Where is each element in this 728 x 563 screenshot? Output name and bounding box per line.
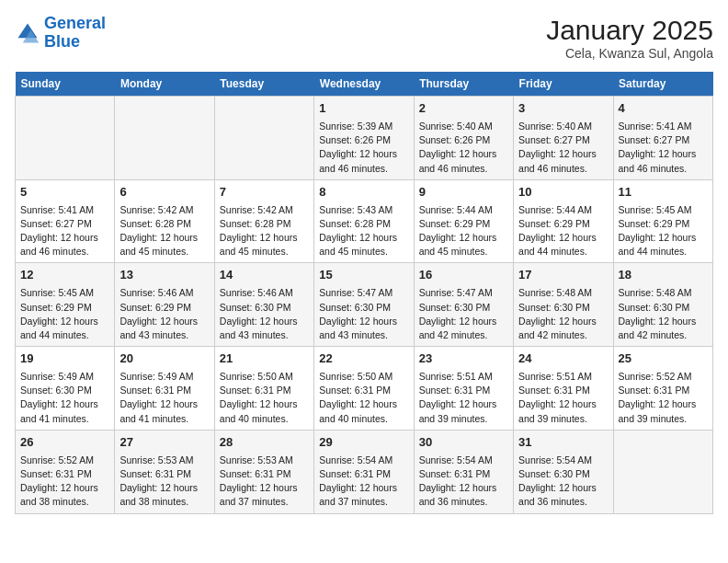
day-info: Sunrise: 5:47 AM Sunset: 6:30 PM Dayligh… bbox=[419, 286, 508, 342]
calendar-cell: 11Sunrise: 5:45 AM Sunset: 6:29 PM Dayli… bbox=[613, 179, 712, 263]
day-info: Sunrise: 5:50 AM Sunset: 6:31 PM Dayligh… bbox=[220, 370, 309, 426]
calendar-cell: 9Sunrise: 5:44 AM Sunset: 6:29 PM Daylig… bbox=[414, 179, 513, 263]
calendar-cell: 15Sunrise: 5:47 AM Sunset: 6:30 PM Dayli… bbox=[314, 263, 414, 347]
day-number: 2 bbox=[419, 100, 508, 118]
calendar-cell: 1Sunrise: 5:39 AM Sunset: 6:26 PM Daylig… bbox=[314, 97, 414, 180]
calendar-cell: 2Sunrise: 5:40 AM Sunset: 6:26 PM Daylig… bbox=[414, 97, 513, 180]
day-info: Sunrise: 5:54 AM Sunset: 6:31 PM Dayligh… bbox=[419, 454, 508, 510]
page-subtitle: Cela, Kwanza Sul, Angola bbox=[546, 46, 713, 61]
calendar-cell: 22Sunrise: 5:50 AM Sunset: 6:31 PM Dayli… bbox=[314, 347, 414, 431]
calendar-cell: 27Sunrise: 5:53 AM Sunset: 6:31 PM Dayli… bbox=[115, 430, 214, 513]
logo-text: General Blue bbox=[44, 15, 106, 52]
day-info: Sunrise: 5:50 AM Sunset: 6:31 PM Dayligh… bbox=[319, 370, 408, 426]
day-info: Sunrise: 5:48 AM Sunset: 6:30 PM Dayligh… bbox=[619, 286, 708, 342]
day-info: Sunrise: 5:47 AM Sunset: 6:30 PM Dayligh… bbox=[319, 286, 408, 342]
day-info: Sunrise: 5:53 AM Sunset: 6:31 PM Dayligh… bbox=[119, 454, 209, 510]
day-info: Sunrise: 5:40 AM Sunset: 6:26 PM Dayligh… bbox=[419, 120, 508, 176]
day-info: Sunrise: 5:40 AM Sunset: 6:27 PM Dayligh… bbox=[518, 120, 608, 176]
page-header: General Blue January 2025 Cela, Kwanza S… bbox=[15, 15, 713, 61]
day-info: Sunrise: 5:45 AM Sunset: 6:29 PM Dayligh… bbox=[20, 286, 109, 342]
day-number: 3 bbox=[518, 100, 608, 118]
day-number: 28 bbox=[220, 434, 309, 452]
day-info: Sunrise: 5:49 AM Sunset: 6:31 PM Dayligh… bbox=[119, 370, 209, 426]
day-info: Sunrise: 5:51 AM Sunset: 6:31 PM Dayligh… bbox=[518, 370, 608, 426]
day-info: Sunrise: 5:46 AM Sunset: 6:30 PM Dayligh… bbox=[220, 286, 309, 342]
day-number: 31 bbox=[518, 434, 608, 452]
calendar-cell: 4Sunrise: 5:41 AM Sunset: 6:27 PM Daylig… bbox=[613, 97, 712, 180]
day-info: Sunrise: 5:39 AM Sunset: 6:26 PM Dayligh… bbox=[319, 120, 408, 176]
logo-icon bbox=[15, 20, 40, 46]
day-header-monday: Monday bbox=[115, 72, 214, 97]
day-info: Sunrise: 5:43 AM Sunset: 6:28 PM Dayligh… bbox=[319, 203, 408, 259]
day-info: Sunrise: 5:49 AM Sunset: 6:30 PM Dayligh… bbox=[20, 370, 109, 426]
day-info: Sunrise: 5:52 AM Sunset: 6:31 PM Dayligh… bbox=[619, 370, 708, 426]
day-number: 19 bbox=[20, 350, 109, 368]
calendar-cell: 8Sunrise: 5:43 AM Sunset: 6:28 PM Daylig… bbox=[314, 179, 414, 263]
day-info: Sunrise: 5:53 AM Sunset: 6:31 PM Dayligh… bbox=[220, 454, 309, 510]
calendar-cell: 6Sunrise: 5:42 AM Sunset: 6:28 PM Daylig… bbox=[115, 179, 214, 263]
calendar-cell bbox=[16, 97, 115, 180]
logo-line1: General bbox=[44, 14, 106, 32]
logo: General Blue bbox=[15, 15, 106, 52]
day-number: 16 bbox=[419, 267, 508, 284]
day-number: 26 bbox=[20, 434, 109, 452]
day-info: Sunrise: 5:54 AM Sunset: 6:30 PM Dayligh… bbox=[518, 454, 608, 510]
day-info: Sunrise: 5:41 AM Sunset: 6:27 PM Dayligh… bbox=[20, 203, 109, 259]
calendar-cell: 17Sunrise: 5:48 AM Sunset: 6:30 PM Dayli… bbox=[514, 263, 613, 347]
day-number: 29 bbox=[319, 434, 408, 452]
calendar-cell: 20Sunrise: 5:49 AM Sunset: 6:31 PM Dayli… bbox=[115, 347, 214, 431]
day-info: Sunrise: 5:42 AM Sunset: 6:28 PM Dayligh… bbox=[220, 203, 309, 259]
day-info: Sunrise: 5:45 AM Sunset: 6:29 PM Dayligh… bbox=[619, 203, 708, 259]
day-number: 6 bbox=[119, 184, 209, 201]
day-number: 20 bbox=[119, 350, 209, 368]
calendar-body: 1Sunrise: 5:39 AM Sunset: 6:26 PM Daylig… bbox=[16, 97, 713, 514]
day-number: 18 bbox=[619, 267, 708, 284]
day-info: Sunrise: 5:41 AM Sunset: 6:27 PM Dayligh… bbox=[619, 120, 708, 176]
calendar-cell: 31Sunrise: 5:54 AM Sunset: 6:30 PM Dayli… bbox=[514, 430, 613, 513]
day-number: 7 bbox=[220, 184, 309, 201]
day-header-tuesday: Tuesday bbox=[214, 72, 313, 97]
week-row-4: 19Sunrise: 5:49 AM Sunset: 6:30 PM Dayli… bbox=[16, 347, 713, 431]
day-number: 23 bbox=[419, 350, 508, 368]
day-headers-row: SundayMondayTuesdayWednesdayThursdayFrid… bbox=[16, 72, 713, 97]
calendar-cell: 28Sunrise: 5:53 AM Sunset: 6:31 PM Dayli… bbox=[214, 430, 313, 513]
week-row-2: 5Sunrise: 5:41 AM Sunset: 6:27 PM Daylig… bbox=[16, 179, 713, 263]
day-header-saturday: Saturday bbox=[613, 72, 712, 97]
calendar-cell: 13Sunrise: 5:46 AM Sunset: 6:29 PM Dayli… bbox=[115, 263, 214, 347]
calendar-cell: 19Sunrise: 5:49 AM Sunset: 6:30 PM Dayli… bbox=[16, 347, 115, 431]
week-row-3: 12Sunrise: 5:45 AM Sunset: 6:29 PM Dayli… bbox=[16, 263, 713, 347]
day-info: Sunrise: 5:51 AM Sunset: 6:31 PM Dayligh… bbox=[419, 370, 508, 426]
calendar-cell bbox=[214, 97, 313, 180]
calendar-table: SundayMondayTuesdayWednesdayThursdayFrid… bbox=[15, 72, 713, 514]
calendar-cell: 24Sunrise: 5:51 AM Sunset: 6:31 PM Dayli… bbox=[514, 347, 613, 431]
calendar-cell: 16Sunrise: 5:47 AM Sunset: 6:30 PM Dayli… bbox=[414, 263, 513, 347]
day-header-sunday: Sunday bbox=[16, 72, 115, 97]
day-number: 10 bbox=[518, 184, 608, 201]
day-number: 30 bbox=[419, 434, 508, 452]
day-number: 1 bbox=[319, 100, 408, 118]
calendar-cell: 5Sunrise: 5:41 AM Sunset: 6:27 PM Daylig… bbox=[16, 179, 115, 263]
day-number: 27 bbox=[119, 434, 209, 452]
calendar-cell: 18Sunrise: 5:48 AM Sunset: 6:30 PM Dayli… bbox=[613, 263, 712, 347]
calendar-cell: 14Sunrise: 5:46 AM Sunset: 6:30 PM Dayli… bbox=[214, 263, 313, 347]
day-number: 4 bbox=[619, 100, 708, 118]
calendar-cell: 10Sunrise: 5:44 AM Sunset: 6:29 PM Dayli… bbox=[514, 179, 613, 263]
day-number: 22 bbox=[319, 350, 408, 368]
day-header-thursday: Thursday bbox=[414, 72, 513, 97]
calendar-cell bbox=[115, 97, 214, 180]
day-info: Sunrise: 5:48 AM Sunset: 6:30 PM Dayligh… bbox=[518, 286, 608, 342]
day-info: Sunrise: 5:46 AM Sunset: 6:29 PM Dayligh… bbox=[119, 286, 209, 342]
day-header-wednesday: Wednesday bbox=[314, 72, 414, 97]
day-number: 11 bbox=[619, 184, 708, 201]
day-number: 14 bbox=[220, 267, 309, 284]
day-info: Sunrise: 5:52 AM Sunset: 6:31 PM Dayligh… bbox=[20, 454, 109, 510]
day-number: 15 bbox=[319, 267, 408, 284]
calendar-cell: 26Sunrise: 5:52 AM Sunset: 6:31 PM Dayli… bbox=[16, 430, 115, 513]
day-info: Sunrise: 5:54 AM Sunset: 6:31 PM Dayligh… bbox=[319, 454, 408, 510]
calendar-cell: 23Sunrise: 5:51 AM Sunset: 6:31 PM Dayli… bbox=[414, 347, 513, 431]
day-info: Sunrise: 5:44 AM Sunset: 6:29 PM Dayligh… bbox=[419, 203, 508, 259]
calendar-cell: 21Sunrise: 5:50 AM Sunset: 6:31 PM Dayli… bbox=[214, 347, 313, 431]
week-row-5: 26Sunrise: 5:52 AM Sunset: 6:31 PM Dayli… bbox=[16, 430, 713, 513]
week-row-1: 1Sunrise: 5:39 AM Sunset: 6:26 PM Daylig… bbox=[16, 97, 713, 180]
calendar-cell: 12Sunrise: 5:45 AM Sunset: 6:29 PM Dayli… bbox=[16, 263, 115, 347]
